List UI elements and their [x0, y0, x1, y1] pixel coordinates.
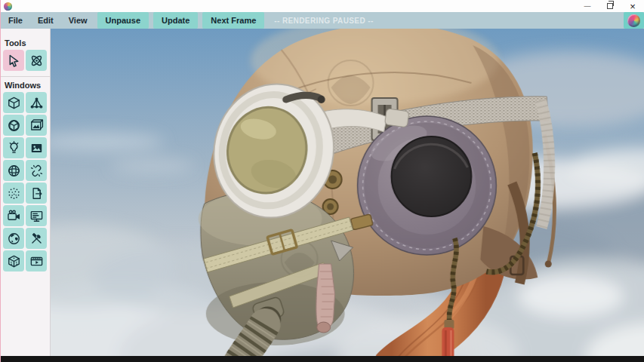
- mesh-cube-icon: [7, 96, 21, 110]
- geosphere-icon: [7, 118, 21, 133]
- select-tool-button[interactable]: [3, 50, 24, 71]
- light-bulb-icon: [7, 141, 21, 155]
- windows-section-label: Windows: [5, 81, 50, 90]
- ear-cup: [357, 116, 496, 255]
- hanging-strap: [316, 264, 335, 333]
- earth-globe-icon: [7, 232, 21, 246]
- headphone-speaker: [391, 137, 471, 216]
- monitor-icon: [29, 209, 44, 223]
- export-document-icon: [29, 186, 44, 201]
- window-button-film[interactable]: [26, 250, 47, 272]
- tools-grid: [1, 50, 50, 71]
- select-cursor-icon: [6, 53, 22, 69]
- minimize-button[interactable]: —: [576, 0, 599, 12]
- movie-camera-icon: [7, 209, 21, 223]
- dice-cube-icon: [7, 254, 21, 268]
- sidebar: Tools Windows: [1, 29, 51, 356]
- renderer-logo-button[interactable]: [624, 12, 644, 29]
- move-orbit-icon: [29, 53, 45, 69]
- bottom-bar: [1, 356, 644, 362]
- move-tool-button[interactable]: [26, 50, 47, 71]
- window-button-broken-link[interactable]: [26, 160, 47, 181]
- sphere-logo-icon: [627, 14, 640, 27]
- window-button-camera[interactable]: [3, 205, 24, 226]
- render-scene: [51, 29, 644, 356]
- wireframe-sphere-icon: [7, 164, 21, 178]
- window-button-mesh-cube[interactable]: [3, 92, 24, 113]
- main-area: Tools Windows: [1, 29, 644, 356]
- window-button-monitor[interactable]: [26, 205, 47, 226]
- restore-icon: [607, 3, 613, 9]
- window-button-earth[interactable]: [3, 228, 24, 249]
- tools-section-label: Tools: [5, 38, 50, 48]
- render-box-icon: [29, 118, 44, 133]
- window-button-render-box[interactable]: [26, 115, 47, 136]
- close-button[interactable]: ×: [621, 0, 644, 12]
- window-controls: — ×: [576, 0, 644, 12]
- windows-grid: [1, 92, 50, 272]
- wireframe-pyramid-icon: [29, 96, 44, 110]
- window-button-wireframe-pyramid[interactable]: [26, 92, 47, 113]
- menu-view[interactable]: View: [61, 12, 95, 29]
- crossed-tools-icon: [29, 232, 44, 246]
- menu-bar: File Edit View Unpause Update Next Frame…: [1, 12, 644, 29]
- sidebar-divider: [1, 76, 50, 77]
- broken-link-icon: [29, 164, 44, 178]
- window-button-light[interactable]: [3, 137, 24, 158]
- point-cloud-sphere-icon: [7, 186, 21, 201]
- red-plug: [442, 327, 454, 356]
- menu-file[interactable]: File: [1, 12, 30, 29]
- menu-edit[interactable]: Edit: [30, 12, 61, 29]
- maximize-restore-button[interactable]: [599, 0, 621, 12]
- window-button-export-document[interactable]: [26, 183, 47, 204]
- rendering-status: -- RENDERING PAUSED --: [274, 17, 373, 25]
- image-icon: [29, 141, 44, 155]
- unpause-button[interactable]: Unpause: [97, 12, 149, 29]
- window-button-dice[interactable]: [3, 250, 24, 272]
- window-button-tools[interactable]: [26, 228, 47, 249]
- update-button[interactable]: Update: [153, 12, 198, 29]
- viewport-3d[interactable]: [51, 29, 644, 356]
- app-window: — × File Edit View Unpause Update Next F…: [0, 0, 644, 362]
- film-clip-icon: [29, 254, 44, 268]
- window-button-geosphere[interactable]: [3, 115, 24, 136]
- window-button-point-cloud[interactable]: [3, 183, 24, 204]
- window-button-image[interactable]: [26, 137, 47, 158]
- app-logo-icon: [4, 2, 12, 11]
- window-button-wireframe-sphere[interactable]: [3, 160, 24, 181]
- next-frame-button[interactable]: Next Frame: [202, 12, 264, 29]
- titlebar: — ×: [1, 0, 644, 12]
